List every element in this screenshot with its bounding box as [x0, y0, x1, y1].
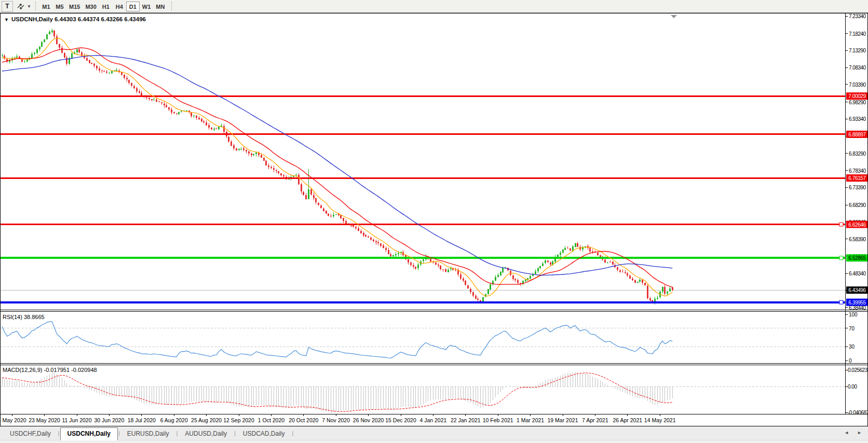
svg-text:6.98290: 6.98290: [849, 100, 866, 105]
svg-text:15 Dec 2020: 15 Dec 2020: [385, 417, 416, 423]
timeframe-button-m30[interactable]: M30: [83, 2, 99, 11]
svg-text:6.68290: 6.68290: [849, 202, 866, 208]
svg-text:23 May 2020: 23 May 2020: [29, 417, 60, 423]
macd-panel: MACD(12,26,9) -0.017951 -0.020948: [0, 367, 845, 413]
svg-text:6.88897: 6.88897: [848, 132, 866, 137]
svg-text:7 Apr 2021: 7 Apr 2021: [582, 417, 608, 423]
timeframe-button-d1[interactable]: D1: [126, 2, 140, 11]
svg-text:7.00029: 7.00029: [848, 93, 866, 99]
ma-slow-line: [2, 56, 672, 275]
macd-label: MACD(12,26,9) -0.017951 -0.020948: [3, 367, 97, 373]
date-axis: 5 May 202023 May 202011 Jun 202030 Jun 2…: [0, 414, 676, 423]
svg-text:6.83290: 6.83290: [849, 151, 866, 157]
svg-text:6 Aug 2020: 6 Aug 2020: [160, 417, 188, 423]
svg-text:7.23340: 7.23340: [849, 13, 866, 19]
dropdown-caret-icon[interactable]: ▼: [26, 4, 32, 9]
price-label-6.52865: 6.52865: [846, 254, 868, 261]
scroll-marker-icon: [671, 15, 677, 18]
rsi-panel: RSI(14) 38.8665: [0, 314, 845, 358]
svg-text:7.18240: 7.18240: [849, 31, 866, 37]
current-price-label: 6.43496: [846, 286, 868, 294]
svg-text:6.39955: 6.39955: [848, 300, 866, 306]
price-label-7.00029: 7.00029: [846, 92, 868, 100]
timeframe-button-mn[interactable]: MN: [153, 2, 167, 11]
svg-text:1 Oct 2020: 1 Oct 2020: [258, 417, 285, 423]
chart-tools-button[interactable]: [16, 2, 25, 11]
price-label-6.62646: 6.62646: [846, 221, 868, 228]
price-axis: 7.233407.182407.132907.083407.033906.982…: [845, 13, 868, 416]
timeframe-button-m5[interactable]: M5: [53, 2, 66, 11]
chart-tab-usdchf-daily[interactable]: USDCHF,Daily: [3, 428, 58, 440]
svg-text:20 Oct 2020: 20 Oct 2020: [289, 417, 318, 423]
svg-text:25 Aug 2020: 25 Aug 2020: [191, 417, 222, 423]
toolbar: T ▼ M1M5M15M30H1H4D1W1MN: [0, 0, 868, 13]
chart-window: ▼USDCNH,Daily 6.44303 6.44374 6.43266 6.…: [0, 13, 868, 426]
timeframe-button-m1[interactable]: M1: [39, 2, 53, 11]
svg-text:7.03390: 7.03390: [849, 82, 866, 88]
svg-text:6.62646: 6.62646: [848, 222, 866, 228]
price-label-6.76157: 6.76157: [846, 174, 868, 182]
svg-text:1 Mar 2021: 1 Mar 2021: [517, 417, 544, 423]
svg-text:0: 0: [849, 358, 852, 364]
chart-tabs-bar: USDCHF,Daily|USDCNH,Daily|EURUSD,Daily|A…: [0, 426, 868, 440]
svg-text:11 Jun 2020: 11 Jun 2020: [62, 417, 91, 423]
svg-text:6.43496: 6.43496: [848, 287, 866, 293]
macd-signal-line: [2, 373, 672, 412]
svg-text:12 Sep 2020: 12 Sep 2020: [223, 417, 254, 423]
panel-borders: [0, 13, 868, 426]
svg-text:4 Jan 2021: 4 Jan 2021: [419, 417, 446, 423]
svg-text:7.13290: 7.13290: [849, 48, 866, 53]
rsi-label: RSI(14) 38.8665: [3, 314, 45, 320]
status-strip: [0, 440, 868, 443]
candlesticks: [2, 29, 673, 304]
chart-tab-eurusd-daily[interactable]: EURUSD,Daily: [120, 428, 176, 440]
svg-text:0.025623: 0.025623: [848, 367, 868, 373]
svg-text:30 Jun 2020: 30 Jun 2020: [94, 417, 124, 423]
timeframe-toolbar: M1M5M15M30H1H4D1W1MN: [39, 0, 167, 13]
svg-text:6.93340: 6.93340: [849, 116, 866, 122]
svg-text:10 Feb 2021: 10 Feb 2021: [483, 417, 513, 423]
terminal-window: T ▼ M1M5M15M30H1H4D1W1MN ▼USDCNH,Daily 6…: [0, 0, 868, 443]
macd-histogram: [2, 372, 672, 412]
line-handle[interactable]: [839, 223, 843, 226]
svg-text:7.08340: 7.08340: [849, 65, 866, 71]
chart-tab-audusd-daily[interactable]: AUDUSD,Daily: [178, 428, 234, 440]
tab-scroll-left-icon[interactable]: ◄: [844, 431, 849, 435]
price-label-6.88897: 6.88897: [846, 131, 868, 138]
line-handle[interactable]: [839, 256, 843, 260]
svg-text:70: 70: [849, 326, 855, 331]
horizontal-line-6.39955[interactable]: [0, 300, 845, 304]
svg-text:0.00: 0.00: [848, 384, 857, 390]
rsi-line: [2, 322, 672, 358]
timeframe-button-h4[interactable]: H4: [113, 2, 126, 11]
timeframe-button-m15[interactable]: M15: [66, 2, 83, 11]
chart-title: USDCNH,Daily 6.44303 6.44374 6.43266 6.4…: [11, 16, 146, 22]
tab-separator: |: [292, 430, 294, 436]
chart-tab-usdcad-daily[interactable]: USDCAD,Daily: [236, 428, 292, 440]
line-handle[interactable]: [839, 300, 843, 304]
svg-text:-0.040687: -0.040687: [848, 410, 868, 416]
svg-text:7 Nov 2020: 7 Nov 2020: [322, 417, 350, 423]
text-tool-button[interactable]: T: [2, 1, 13, 12]
svg-text:22 Jan 2021: 22 Jan 2021: [451, 417, 481, 423]
horizontal-line-6.62646[interactable]: [0, 223, 845, 226]
timeframe-button-w1[interactable]: W1: [140, 2, 154, 11]
svg-text:26 Nov 2020: 26 Nov 2020: [353, 417, 384, 423]
svg-text:100: 100: [849, 312, 858, 317]
svg-text:19 Mar 2021: 19 Mar 2021: [548, 417, 578, 423]
toolbar-separator-2: [171, 2, 172, 11]
chart-tab-usdcnh-daily[interactable]: USDCNH,Daily: [60, 427, 118, 440]
toolbar-separator: [35, 2, 36, 11]
svg-text:5 May 2020: 5 May 2020: [0, 417, 26, 423]
svg-text:6.78340: 6.78340: [849, 168, 866, 174]
svg-text:6.48340: 6.48340: [849, 271, 866, 276]
svg-text:14 May 2021: 14 May 2021: [644, 417, 676, 423]
timeframe-button-h1[interactable]: H1: [99, 2, 113, 11]
price-label-6.39955: 6.39955: [846, 299, 868, 306]
svg-text:18 Jul 2020: 18 Jul 2020: [128, 417, 156, 423]
svg-text:6.73390: 6.73390: [849, 185, 866, 190]
tab-scroll-arrows: ◄►: [844, 431, 862, 435]
svg-text:6.58390: 6.58390: [849, 237, 866, 242]
tab-scroll-right-icon[interactable]: ►: [857, 431, 862, 435]
chart-collapse-icon[interactable]: ▼: [4, 17, 9, 22]
